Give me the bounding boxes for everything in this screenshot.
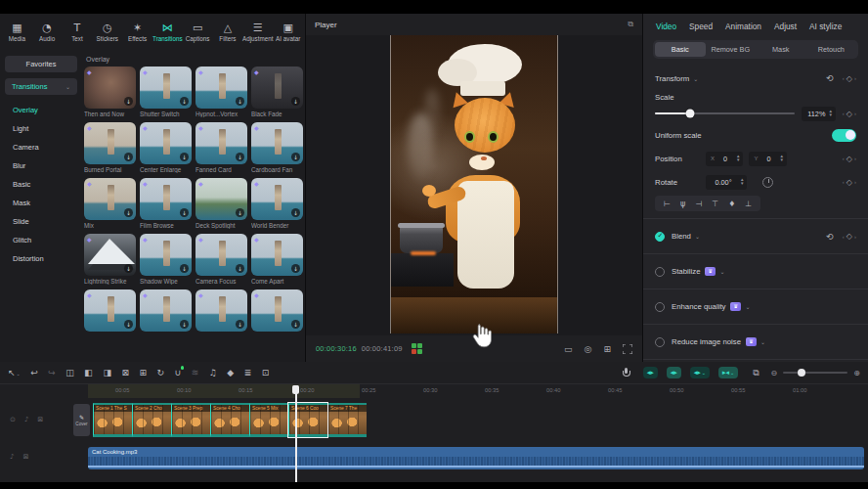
inspector-subtab[interactable]: Retouch [806,42,857,57]
transition-thumbnail[interactable]: ◆ ↓ [251,67,303,109]
category-item[interactable]: Slide [5,212,77,231]
transition-pill-button[interactable]: ◂▸⌄ [643,367,658,378]
transition-item[interactable]: ◆ ↓ Deck Spotlight [195,178,247,229]
timeline-tool-icon[interactable]: ◫⌄ [65,368,74,378]
toolbar-item[interactable]: △ Filters [212,22,242,42]
category-item[interactable]: Camera [5,138,77,156]
keyframe-diamond-icon[interactable]: ◇ [846,74,852,83]
transition-item[interactable]: ◆ ↓ Burned Portal [84,122,136,173]
align-icon[interactable]: ♦ [728,200,735,208]
inspector-tab[interactable]: Animation [725,22,761,31]
align-icon[interactable]: ⊥ [745,200,752,208]
transition-thumbnail[interactable]: ◆ ↓ [251,234,303,276]
video-preview[interactable] [390,35,558,333]
transition-thumbnail[interactable]: ◆ ↓ [84,122,136,164]
timeline-tool-icon[interactable]: ≋⌄ [192,368,199,378]
category-item[interactable]: Light [5,119,77,138]
toolbar-item[interactable]: T Text [63,22,93,42]
rotate-knob[interactable] [762,177,773,188]
transition-item[interactable]: ◆ ↓ Shadow Wipe [140,234,192,285]
transition-thumbnail[interactable]: ◆ ↓ [84,178,136,220]
transition-item[interactable]: ◆ ↓ Then and Now [84,67,136,117]
transition-thumbnail[interactable]: ◆ ↓ [195,122,247,164]
timeline-clip[interactable]: Scene 4 Cho [210,403,249,437]
cover-button[interactable]: ✎ Cover [73,404,90,436]
rotate-stepper[interactable]: ▲▼ [740,178,744,187]
scale-slider[interactable] [655,112,795,115]
timeline-clip[interactable]: Scene 1 The S [93,403,132,437]
timeline-tool-icon[interactable]: ⊡⌄ [262,368,270,378]
transition-thumbnail[interactable]: ◆ ↓ [84,289,136,332]
align-icon[interactable]: ⊤ [712,200,718,208]
playhead[interactable] [295,385,297,482]
transition-item[interactable]: ◆ ↓ [140,289,192,333]
toolbar-item[interactable]: ▦ Media [2,22,32,42]
timeline-tool-icon[interactable]: ◧⌄ [84,368,93,378]
timeline-tool-icon[interactable]: ⊠⌄ [121,368,129,378]
mute-track-icon[interactable]: ♪ [24,416,28,423]
transition-thumbnail[interactable]: ◆ ↓ [140,289,192,332]
transition-item[interactable]: ◆ ↓ Lightning Strike [84,234,136,285]
timeline-tool-icon[interactable]: ◆⌄ [227,368,234,378]
timeline-tool-icon[interactable]: ↻⌄ [156,368,164,378]
transition-pill-button[interactable]: ◂▸⌄ [667,367,681,378]
mute-track-icon[interactable]: ♪ [10,453,14,461]
zoom-slider[interactable] [783,372,847,375]
position-x-field[interactable]: X 0 ▲▼ [706,152,743,166]
timeline-clip[interactable]: Scene 6 Coo [288,403,327,437]
keyframe-diamond-icon[interactable]: ◇ [846,178,852,187]
uniform-scale-toggle[interactable] [832,129,856,142]
inspector-subtab[interactable]: Mask [756,42,806,57]
transition-item[interactable]: ◆ ↓ Cardboard Fan [251,122,303,173]
color-grid-icon[interactable] [412,343,422,354]
hide-track-icon[interactable]: ⊙ [10,416,16,423]
timeline-ruler[interactable]: 00:05 00:10 00:15 00:20 00:25 00:30 00:3… [0,384,868,398]
timeline-clip[interactable]: Scene 3 Prep [171,403,210,437]
chevron-down-icon[interactable]: ⌄ [695,233,700,240]
transition-thumbnail[interactable]: ◆ ↓ [251,178,303,220]
transition-item[interactable]: ◆ ↓ Film Browse [140,178,192,229]
position-x-stepper[interactable]: ▲▼ [736,155,740,163]
transition-item[interactable]: ◆ ↓ Black Fade [251,67,303,117]
timeline-tool-icon[interactable]: ∪⌄ [175,368,182,378]
toolbar-item[interactable]: ▣ AI avatar [273,22,303,42]
timeline-clip[interactable]: Scene 2 Cho [132,403,171,437]
category-item[interactable]: Distortion [5,249,77,268]
toolbar-item[interactable]: ⋈ Transitions [152,22,183,42]
scale-slider-thumb[interactable] [685,110,694,118]
align-icon[interactable]: ⊢ [664,200,671,208]
inspector-tab[interactable]: AI stylize [809,22,842,31]
transition-item[interactable]: ◆ ↓ World Bender [251,178,303,229]
keyframe-diamond-icon[interactable]: ◇ [846,155,852,163]
timeline-clip[interactable]: Scene 5 Mix [249,403,288,437]
focus-icon[interactable]: ◎ [585,344,592,354]
timeline-tool-icon[interactable]: ♫⌄ [209,368,217,378]
keyframe-control[interactable]: ‹◇› [843,178,856,187]
reset-icon[interactable]: ⟲ [826,73,834,83]
ratio-icon[interactable]: ▭ [564,344,573,354]
timeline-tool-icon[interactable]: ↪⌄ [48,368,56,378]
chevron-down-icon[interactable]: ⌄ [693,75,698,82]
audio-track-clip[interactable]: Cat Cooking.mp3 [88,447,864,469]
timeline-tool-icon[interactable]: ↖⌄ [8,368,21,378]
transition-item[interactable]: ◆ ↓ Shutter Switch [140,67,192,117]
transition-thumbnail[interactable]: ◆ ↓ [140,178,192,220]
toolbar-item[interactable]: ☰ Adjustment [242,22,273,42]
toolbar-item[interactable]: ✶ Effects [122,22,152,42]
transition-thumbnail[interactable]: ◆ ↓ [251,289,303,332]
scale-value-box[interactable]: 112% ▲▼ [802,107,836,121]
align-icon[interactable]: ψ [680,200,685,208]
zoom-out-icon[interactable]: ⊖ [771,369,778,378]
transition-pill-button[interactable]: ▸◂⌄ [718,367,738,378]
fullscreen-icon[interactable] [623,344,632,354]
inspector-tab[interactable]: Video [656,22,676,31]
chevron-down-icon[interactable]: ⌄ [760,338,765,345]
toolbar-item[interactable]: ▭ Captions [183,22,213,42]
align-icon[interactable]: ⊣ [695,200,702,208]
transition-thumbnail[interactable]: ◆ ↓ [195,67,247,109]
transition-pill-button[interactable]: ◂▸⌄ [690,367,710,378]
inspector-subtab[interactable]: Basic [655,42,706,57]
position-y-stepper[interactable]: ▲▼ [780,155,784,163]
transition-thumbnail[interactable]: ◆ ↓ [140,122,192,164]
toolbar-item[interactable]: ◔ Audio [32,22,63,42]
